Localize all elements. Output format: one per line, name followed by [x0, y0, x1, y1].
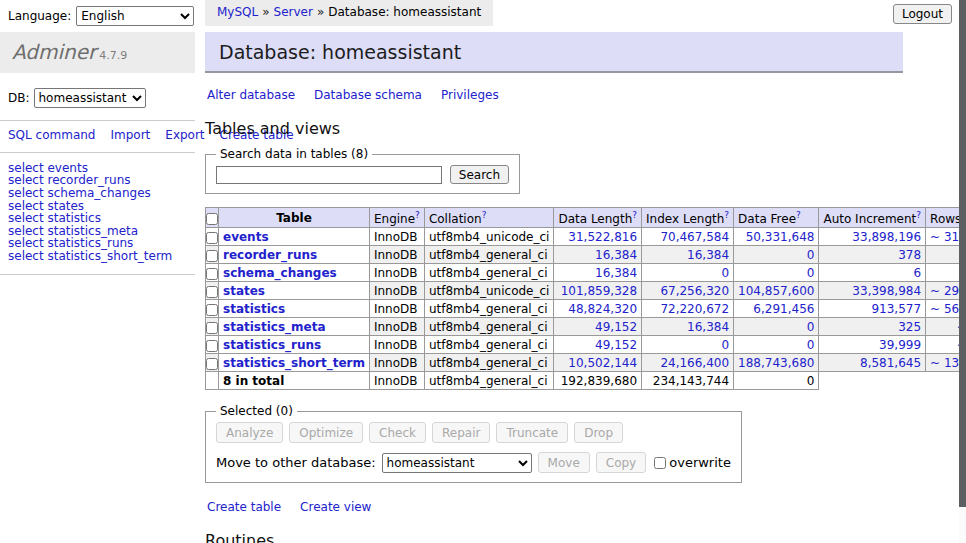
scrollbar-thumb[interactable]: [959, 0, 966, 507]
index-length-link[interactable]: 0: [721, 266, 729, 280]
truncate-button[interactable]: Truncate: [496, 422, 568, 443]
data-free-link[interactable]: 104,857,600: [738, 284, 814, 298]
repair-button[interactable]: Repair: [432, 422, 490, 443]
auto-increment-link[interactable]: 6: [913, 266, 921, 280]
data-free-cell: 0: [734, 264, 819, 282]
row-checkbox[interactable]: [206, 268, 218, 280]
search-button[interactable]: Search: [450, 165, 509, 184]
help-link[interactable]: ?: [482, 210, 487, 220]
help-link[interactable]: ?: [796, 210, 801, 220]
column-header-data-free: Data Free?: [734, 208, 819, 228]
row-checkbox[interactable]: [206, 232, 218, 244]
data-length-link[interactable]: 49,152: [595, 320, 637, 334]
drop-button[interactable]: Drop: [574, 422, 623, 443]
auto-increment-link[interactable]: 33,398,984: [852, 284, 921, 298]
row-checkbox[interactable]: [206, 286, 218, 298]
auto-increment-cell: 325: [819, 318, 926, 336]
help-link[interactable]: ?: [916, 210, 921, 220]
row-checkbox[interactable]: [206, 358, 218, 370]
sidebar-action-link[interactable]: Import: [110, 128, 150, 142]
breadcrumb-link-mysql[interactable]: MySQL: [217, 5, 258, 19]
index-length-link[interactable]: 0: [721, 338, 729, 352]
analyze-button[interactable]: Analyze: [216, 422, 283, 443]
table-row: recorder_runsInnoDButf8mb4_general_ci16,…: [206, 246, 966, 264]
data-length-link[interactable]: 101,859,328: [561, 284, 637, 298]
data-length-link[interactable]: 16,384: [595, 248, 637, 262]
breadcrumb: MySQL»Server»Database: homeassistant: [205, 0, 493, 26]
data-length-link[interactable]: 49,152: [595, 338, 637, 352]
breadcrumb-link-server[interactable]: Server: [274, 5, 313, 19]
auto-increment-link[interactable]: 913,577: [871, 302, 921, 316]
data-length-link[interactable]: 16,384: [595, 266, 637, 280]
index-length-link[interactable]: 67,256,320: [660, 284, 729, 298]
copy-button[interactable]: Copy: [596, 452, 646, 473]
move-button[interactable]: Move: [538, 452, 590, 473]
auto-increment-link[interactable]: 33,898,196: [852, 230, 921, 244]
auto-increment-link[interactable]: 378: [898, 248, 921, 262]
sidebar-action-link[interactable]: SQL command: [8, 128, 95, 142]
auto-increment-link[interactable]: 39,999: [879, 338, 921, 352]
sidebar-select-link[interactable]: select statistics_short_term: [8, 250, 187, 263]
data-length-link[interactable]: 10,502,144: [568, 356, 637, 370]
table-name-link[interactable]: statistics: [223, 302, 285, 316]
auto-increment-link[interactable]: 8,581,645: [860, 356, 921, 370]
sidebar-select-link[interactable]: select schema_changes: [8, 187, 187, 200]
index-length-link[interactable]: 16,384: [687, 248, 729, 262]
engine-cell: InnoDB: [369, 228, 424, 246]
search-legend: Search data in tables (8): [216, 147, 372, 161]
auto-increment-link[interactable]: 325: [898, 320, 921, 334]
data-length-link[interactable]: 31,522,816: [568, 230, 637, 244]
row-checkbox[interactable]: [206, 250, 218, 262]
auto-increment-cell: 913,577: [819, 300, 926, 318]
database-link[interactable]: Alter database: [207, 88, 295, 102]
data-free-link[interactable]: 50,331,648: [746, 230, 815, 244]
index-length-link[interactable]: 24,166,400: [660, 356, 729, 370]
auto-increment-cell: 6: [819, 264, 926, 282]
page-title: Database: homeassistant: [205, 32, 903, 73]
sidebar-select-link[interactable]: select statistics: [8, 212, 187, 225]
database-link[interactable]: Privileges: [441, 88, 499, 102]
data-length-cell: 16,384: [554, 246, 642, 264]
table-name-link[interactable]: events: [223, 230, 269, 244]
row-checkbox[interactable]: [206, 340, 218, 352]
table-name-link[interactable]: statistics_short_term: [223, 356, 365, 370]
data-free-link[interactable]: 0: [807, 320, 815, 334]
total-row: 8 in total InnoDB utf8mb4_general_ci 192…: [206, 372, 966, 390]
data-free-link[interactable]: 6,291,456: [753, 302, 814, 316]
help-link[interactable]: ?: [415, 210, 420, 220]
search-input[interactable]: [216, 166, 442, 184]
auto-increment-cell: 33,398,984: [819, 282, 926, 300]
table-name-link[interactable]: recorder_runs: [223, 248, 317, 262]
data-free-link[interactable]: 0: [807, 338, 815, 352]
table-name-link[interactable]: schema_changes: [223, 266, 337, 280]
row-checkbox[interactable]: [206, 304, 218, 316]
data-free-link[interactable]: 0: [807, 266, 815, 280]
index-length-link[interactable]: 16,384: [687, 320, 729, 334]
index-length-link[interactable]: 72,220,672: [660, 302, 729, 316]
create-link[interactable]: Create view: [300, 500, 371, 514]
index-length-link[interactable]: 70,467,584: [660, 230, 729, 244]
overwrite-checkbox[interactable]: [654, 457, 666, 469]
row-checkbox[interactable]: [206, 322, 218, 334]
data-free-link[interactable]: 188,743,680: [738, 356, 814, 370]
selected-action-buttons: AnalyzeOptimizeCheckRepairTruncateDrop: [216, 422, 731, 443]
engine-cell: InnoDB: [369, 282, 424, 300]
data-length-link[interactable]: 48,824,320: [568, 302, 637, 316]
table-name-link[interactable]: statistics_runs: [223, 338, 321, 352]
create-link[interactable]: Create table: [207, 500, 281, 514]
db-selector-block: DB:homeassistant: [0, 73, 195, 121]
language-select[interactable]: English: [76, 6, 194, 26]
sidebar-action-link[interactable]: Export: [165, 128, 204, 142]
table-name-link[interactable]: states: [223, 284, 265, 298]
table-name-link[interactable]: statistics_meta: [223, 320, 326, 334]
check-button[interactable]: Check: [369, 422, 426, 443]
optimize-button[interactable]: Optimize: [289, 422, 363, 443]
data-free-link[interactable]: 0: [807, 248, 815, 262]
database-link[interactable]: Database schema: [314, 88, 422, 102]
move-db-select[interactable]: homeassistant: [382, 453, 532, 473]
help-link[interactable]: ?: [632, 210, 637, 220]
select-all-checkbox[interactable]: [206, 213, 218, 225]
scrollbar-track[interactable]: [959, 0, 966, 543]
db-select[interactable]: homeassistant: [34, 88, 146, 108]
help-link[interactable]: ?: [724, 210, 729, 220]
